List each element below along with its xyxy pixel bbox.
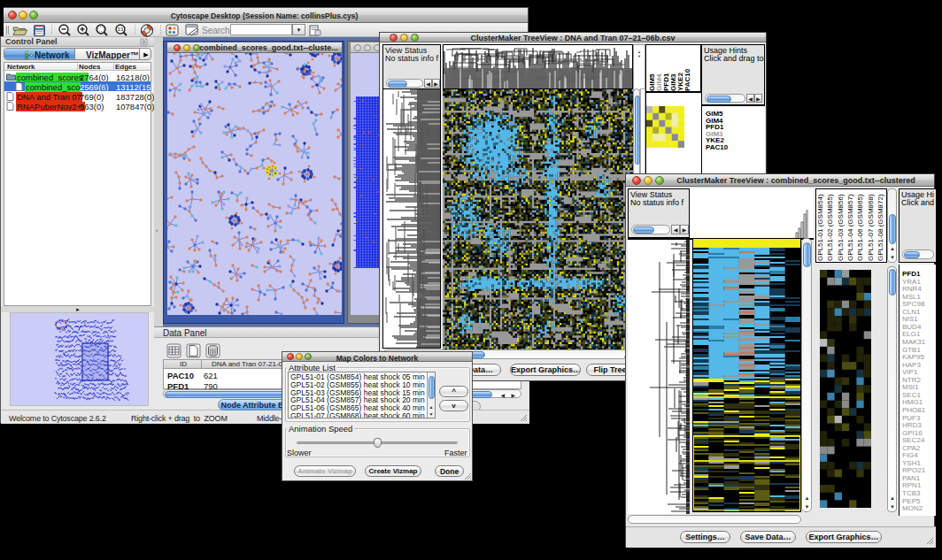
svg-text:1:1: 1:1 <box>118 27 124 32</box>
